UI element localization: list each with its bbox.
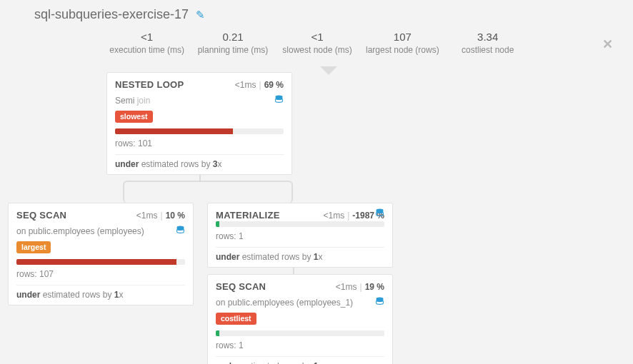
stat-value: 3.34 [452,31,524,43]
database-icon [274,94,284,106]
stat-label: execution time (ms) [109,45,184,55]
plan-node-seq-scan-2[interactable]: SEQ SCAN <1ms|19 % on public.employees (… [207,274,393,364]
stat-value: 107 [366,31,439,43]
rows-label: rows: 101 [115,138,284,148]
stat-value: 0.21 [197,31,269,43]
plan-node-seq-scan-1[interactable]: SEQ SCAN <1ms|10 % on public.employees (… [8,203,194,305]
plan-node-nested-loop[interactable]: NESTED LOOP <1ms|69 % Semi join slowest … [106,72,292,175]
node-pct: 19 [365,282,374,292]
badge-slowest: slowest [115,111,153,123]
badge-costliest: costliest [216,313,256,325]
stat-label: largest node (rows) [366,45,439,55]
node-pct: -1987 [352,211,374,221]
progress-bar [16,259,185,265]
database-icon [176,225,185,237]
node-meta: <1ms|10 % [136,211,185,221]
estimation-line: under estimated rows by 3x [115,154,284,169]
stat-execution-time: <1 execution time (ms) [109,31,184,55]
rows-label: rows: 1 [216,231,384,241]
stat-value: <1 [109,31,184,43]
estimation-line: under estimated rows by 1x [216,247,384,262]
progress-bar [216,330,384,336]
stat-planning-time: 0.21 planning time (ms) [197,31,269,55]
stat-costliest-node: 3.34 costliest node [452,31,524,55]
connector [123,181,293,203]
node-time: <1ms [235,80,256,90]
node-time: <1ms [336,282,357,292]
plan-node-materialize[interactable]: MATERIALIZE <1ms|-1987 % rows: 1 under e… [207,203,393,268]
progress-bar [115,128,284,134]
badge-largest: largest [16,241,51,253]
node-meta: <1ms|69 % [235,80,284,90]
stat-label: planning time (ms) [197,45,269,55]
node-pct: 69 [264,80,274,90]
stats-row: <1 execution time (ms) 0.21 planning tim… [0,28,633,68]
node-pct: 10 [166,211,175,221]
database-icon [375,208,384,220]
progress-bar [216,221,384,227]
stat-label: slowest node (ms) [281,45,353,55]
node-subtitle: on public.employees (employees) [16,226,144,236]
stat-label: costliest node [452,45,524,55]
node-time: <1ms [136,211,158,221]
node-title: NESTED LOOP [115,79,184,90]
stat-largest-node: 107 largest node (rows) [366,31,439,55]
rows-label: rows: 107 [16,269,185,279]
close-icon[interactable]: ✕ [602,36,613,52]
node-title: SEQ SCAN [216,281,266,292]
page-title: sql-subqueries-exercise-17 [34,7,189,22]
rows-label: rows: 1 [216,340,384,350]
database-icon [375,296,384,308]
node-title: MATERIALIZE [216,210,280,221]
node-subtitle: Semi join [115,96,150,106]
node-title: SEQ SCAN [16,210,66,221]
node-subtitle: on public.employees (employees_1) [216,298,353,308]
node-time: <1ms [323,211,344,221]
estimation-line: under estimated rows by 1x [16,285,185,300]
stat-slowest-node: <1 slowest node (ms) [281,31,353,55]
node-meta: <1ms|19 % [336,282,384,292]
edit-icon[interactable]: ✎ [196,9,205,21]
stat-value: <1 [281,31,353,43]
plan-canvas[interactable]: NESTED LOOP <1ms|69 % Semi join slowest … [0,68,633,364]
estimation-line: under estimated rows by 1x [216,356,384,364]
